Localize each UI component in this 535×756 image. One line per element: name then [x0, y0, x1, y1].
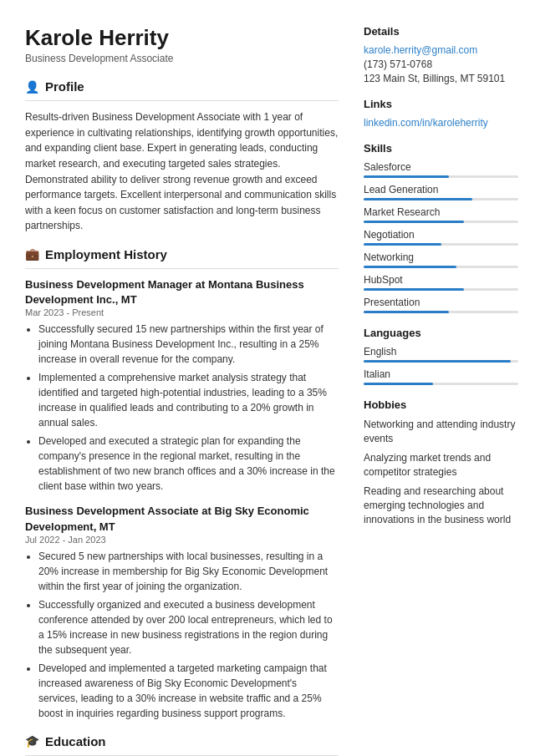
candidate-title: Business Development Associate — [25, 53, 339, 64]
skill-name: Presentation — [364, 297, 518, 308]
language-name: English — [364, 346, 518, 358]
skill-bar-fill — [364, 221, 464, 223]
skills-title: Skills — [364, 142, 518, 155]
language-bar-fill — [364, 383, 433, 385]
job-entry: Business Development Manager at Montana … — [25, 277, 339, 494]
skill-bar-bg — [364, 175, 518, 178]
skill-item: Lead Generation — [364, 184, 518, 200]
education-title: 🎓 Education — [25, 734, 339, 748]
skills-container: SalesforceLead GenerationMarket Research… — [364, 161, 518, 313]
links-title: Links — [364, 98, 518, 110]
skill-bar-bg — [364, 266, 518, 268]
job-bullet: Secured 5 new partnerships with local bu… — [38, 549, 339, 594]
profile-divider — [25, 100, 339, 101]
left-column: Karole Herrity Business Development Asso… — [25, 25, 347, 756]
skill-name: Market Research — [364, 206, 518, 218]
skill-bar-fill — [364, 311, 449, 313]
hobby-item: Reading and researching about emerging t… — [364, 485, 518, 528]
education-section: 🎓 Education Bachelor of Business Adminis… — [25, 734, 339, 756]
job-title: Business Development Associate at Big Sk… — [25, 504, 339, 534]
skill-item: Networking — [364, 251, 518, 268]
job-bullets: Successfully secured 15 new partnerships… — [25, 322, 339, 494]
job-bullet: Implemented a comprehensive market analy… — [38, 370, 339, 430]
detail-phone: (173) 571-0768 — [364, 58, 518, 70]
skill-bar-fill — [364, 266, 456, 268]
hobbies-title: Hobbies — [364, 398, 518, 411]
hobbies-container: Networking and attending industry events… — [364, 418, 518, 528]
education-icon: 🎓 — [25, 734, 39, 748]
job-bullets: Secured 5 new partnerships with local bu… — [25, 549, 339, 721]
hobby-item: Networking and attending industry events — [364, 418, 518, 447]
job-bullet: Successfully secured 15 new partnerships… — [38, 322, 339, 367]
skill-bar-bg — [364, 198, 518, 200]
job-bullet: Developed and executed a strategic plan … — [38, 434, 339, 494]
skill-item: Salesforce — [364, 161, 518, 178]
profile-icon: 👤 — [25, 80, 39, 94]
email-link[interactable]: karole.herrity@gmail.com — [364, 44, 477, 56]
languages-title: Languages — [364, 327, 518, 339]
language-bar-fill — [364, 360, 511, 363]
profile-section: 👤 Profile Results-driven Business Develo… — [25, 79, 339, 234]
details-section: Details karole.herrity@gmail.com (173) 5… — [364, 25, 518, 84]
page: Karole Herrity Business Development Asso… — [0, 0, 535, 756]
language-bar-bg — [364, 360, 518, 363]
linkedin-link[interactable]: linkedin.com/in/karoleherrity — [364, 117, 488, 129]
job-title: Business Development Manager at Montana … — [25, 277, 339, 307]
skill-bar-bg — [364, 311, 518, 313]
profile-text: Results-driven Business Development Asso… — [25, 109, 339, 234]
skill-bar-fill — [364, 243, 441, 246]
employment-section: 💼 Employment History Business Developmen… — [25, 247, 339, 721]
employment-icon: 💼 — [25, 247, 39, 261]
skill-name: HubSpot — [364, 274, 518, 286]
linkedin-link-container: linkedin.com/in/karoleherrity — [364, 117, 518, 129]
candidate-name: Karole Herrity — [25, 25, 339, 51]
skill-bar-bg — [364, 243, 518, 246]
languages-section: Languages EnglishItalian — [364, 327, 518, 385]
language-item: English — [364, 346, 518, 363]
hobby-item: Analyzing market trends and competitor s… — [364, 451, 518, 480]
detail-address: 123 Main St, Billings, MT 59101 — [364, 73, 518, 84]
links-section: Links linkedin.com/in/karoleherrity — [364, 98, 518, 129]
skill-item: HubSpot — [364, 274, 518, 291]
skill-name: Salesforce — [364, 161, 518, 173]
skill-bar-fill — [364, 288, 464, 291]
language-bar-bg — [364, 383, 518, 385]
skill-bar-fill — [364, 175, 449, 178]
employment-divider — [25, 268, 339, 269]
job-bullet: Successfully organized and executed a bu… — [38, 597, 339, 657]
right-column: Details karole.herrity@gmail.com (173) 5… — [364, 25, 518, 756]
jobs-container: Business Development Manager at Montana … — [25, 277, 339, 721]
skill-bar-bg — [364, 288, 518, 291]
skills-section: Skills SalesforceLead GenerationMarket R… — [364, 142, 518, 313]
job-date: Jul 2022 - Jan 2023 — [25, 535, 339, 545]
language-item: Italian — [364, 368, 518, 385]
skill-name: Negotiation — [364, 229, 518, 241]
language-name: Italian — [364, 368, 518, 380]
hobbies-section: Hobbies Networking and attending industr… — [364, 398, 518, 528]
header: Karole Herrity Business Development Asso… — [25, 25, 339, 64]
languages-container: EnglishItalian — [364, 346, 518, 385]
skill-item: Negotiation — [364, 229, 518, 246]
skill-item: Presentation — [364, 297, 518, 313]
profile-title: 👤 Profile — [25, 79, 339, 94]
skill-bar-bg — [364, 221, 518, 223]
skill-name: Lead Generation — [364, 184, 518, 195]
job-date: Mar 2023 - Present — [25, 307, 339, 317]
details-title: Details — [364, 25, 518, 38]
skill-item: Market Research — [364, 206, 518, 223]
job-bullet: Developed and implemented a targeted mar… — [38, 661, 339, 721]
employment-title: 💼 Employment History — [25, 247, 339, 261]
detail-email: karole.herrity@gmail.com — [364, 44, 518, 56]
job-entry: Business Development Associate at Big Sk… — [25, 504, 339, 720]
skill-name: Networking — [364, 251, 518, 263]
skill-bar-fill — [364, 198, 472, 200]
